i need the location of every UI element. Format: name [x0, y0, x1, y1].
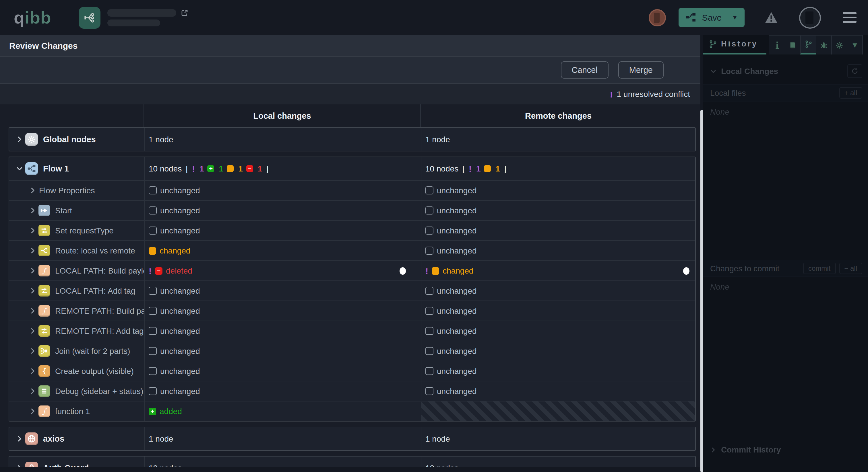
- cancel-button[interactable]: Cancel: [561, 61, 609, 78]
- table-row[interactable]: Startunchangedunchanged: [9, 200, 695, 220]
- node-label: LOCAL PATH: Build payload: [55, 266, 144, 275]
- table-row[interactable]: ƒLOCAL PATH: Build payload!−deleted!chan…: [9, 260, 695, 280]
- unchanged-checkbox[interactable]: [149, 227, 157, 235]
- chevron-right-icon[interactable]: [29, 227, 36, 234]
- chevron-right-icon[interactable]: [29, 408, 36, 415]
- unchanged-checkbox[interactable]: [149, 206, 157, 214]
- tab-overflow-caret[interactable]: ▼: [847, 36, 862, 55]
- unchanged-checkbox[interactable]: [149, 187, 157, 194]
- external-link-icon[interactable]: [181, 9, 189, 16]
- bracket-open: [: [186, 164, 188, 173]
- chevron-right-icon[interactable]: [29, 347, 36, 355]
- table-scrollbar[interactable]: [701, 110, 703, 472]
- table-row[interactable]: Flow 110 nodes[!1+11−1]10 nodes[!11]: [9, 157, 695, 180]
- table-row[interactable]: Debug (sidebar + status)unchangedunchang…: [9, 381, 695, 401]
- unchanged-checkbox[interactable]: [149, 367, 157, 375]
- tab-help-book[interactable]: [785, 36, 800, 55]
- chevron-right-icon[interactable]: [29, 187, 36, 194]
- table-row[interactable]: LOCAL PATH: Add tagunchangedunchanged: [9, 280, 695, 301]
- unchanged-checkbox[interactable]: [425, 206, 433, 214]
- status-dot-avatar[interactable]: [649, 9, 666, 26]
- deleted-badge: −: [246, 165, 253, 172]
- table-row[interactable]: Flow Propertiesunchangedunchanged: [9, 180, 695, 200]
- table-row[interactable]: Global nodes1 node1 node: [9, 128, 695, 151]
- chevron-right-icon[interactable]: [29, 247, 36, 254]
- chevron-right-icon[interactable]: [29, 207, 36, 214]
- chevron-down-icon[interactable]: [16, 165, 23, 172]
- unchanged-checkbox[interactable]: [425, 187, 433, 194]
- chevron-right-icon[interactable]: [710, 446, 716, 453]
- bracket-close: ]: [266, 164, 268, 173]
- user-avatar[interactable]: [799, 7, 821, 28]
- unchanged-checkbox[interactable]: [425, 327, 433, 335]
- chevron-right-icon[interactable]: [29, 287, 36, 294]
- chevron-right-icon[interactable]: [29, 388, 36, 395]
- refresh-button[interactable]: [847, 64, 862, 78]
- unchanged-checkbox[interactable]: [425, 347, 433, 355]
- tab-settings[interactable]: [831, 36, 847, 55]
- unchanged-checkbox[interactable]: [425, 227, 433, 235]
- unchanged-checkbox[interactable]: [425, 287, 433, 295]
- stage-all-button[interactable]: + all: [839, 87, 862, 99]
- table-row[interactable]: Route: local vs remotechangedunchanged: [9, 240, 695, 260]
- unchanged-checkbox[interactable]: [149, 307, 157, 315]
- unstage-all-button[interactable]: − all: [839, 263, 862, 274]
- main-menu-icon[interactable]: [843, 12, 857, 23]
- remote-change-cell: unchanged: [421, 221, 696, 240]
- chevron-right-icon[interactable]: [16, 136, 23, 143]
- remote-change-cell: unchanged: [421, 181, 696, 200]
- debug-icon: [38, 385, 50, 397]
- tab-info[interactable]: [769, 36, 785, 55]
- table-row[interactable]: axios1 node1 node: [9, 427, 695, 450]
- tab-debug-bug[interactable]: [816, 36, 831, 55]
- status-text: unchanged: [160, 346, 200, 356]
- save-dropdown-caret-icon[interactable]: ▼: [732, 14, 738, 21]
- table-row[interactable]: ƒfunction 1+added: [9, 401, 695, 421]
- chevron-right-icon[interactable]: [29, 368, 36, 374]
- unchanged-checkbox[interactable]: [425, 307, 433, 315]
- deploy-icon: [685, 12, 697, 22]
- save-button[interactable]: Save ▼: [679, 8, 745, 27]
- bug-icon: [820, 41, 828, 49]
- chevron-right-icon[interactable]: [29, 307, 36, 314]
- template-icon: {: [38, 365, 50, 377]
- local-change-cell: unchanged: [144, 221, 421, 240]
- unchanged-checkbox[interactable]: [425, 387, 433, 395]
- flow-app-icon[interactable]: [79, 7, 101, 28]
- table-row[interactable]: Join (wait for 2 parts)unchangedunchange…: [9, 341, 695, 361]
- commit-button[interactable]: commit: [803, 263, 836, 274]
- node-label: Set requestType: [55, 226, 114, 235]
- commit-history-header[interactable]: Commit History: [703, 442, 868, 457]
- table-row[interactable]: REMOTE PATH: Add tagunchangedunchanged: [9, 321, 695, 341]
- node-count: 1 node: [149, 135, 174, 144]
- merge-button[interactable]: Merge: [618, 61, 663, 78]
- conflict-radio-button[interactable]: [400, 267, 406, 274]
- remote-change-cell: unchanged: [421, 201, 696, 220]
- table-row[interactable]: Set requestTypeunchangedunchanged: [9, 220, 695, 240]
- changes-to-commit-none: None: [710, 282, 730, 291]
- unchanged-checkbox[interactable]: [149, 347, 157, 355]
- unchanged-checkbox[interactable]: [149, 287, 157, 295]
- table-row[interactable]: ƒREMOTE PATH: Build paylounchangedunchan…: [9, 301, 695, 321]
- unchanged-checkbox[interactable]: [149, 387, 157, 395]
- unchanged-checkbox[interactable]: [425, 247, 433, 255]
- conflict-radio-button[interactable]: [683, 267, 689, 274]
- tab-history[interactable]: History: [703, 35, 766, 55]
- table-row[interactable]: {Create output (visible)unchangedunchang…: [9, 361, 695, 381]
- flow-section: Global nodes1 node1 node: [9, 127, 696, 151]
- warning-icon[interactable]: [764, 11, 778, 24]
- remote-change-cell: unchanged: [421, 321, 696, 341]
- chevron-right-icon[interactable]: [29, 328, 36, 334]
- chevron-right-icon[interactable]: [16, 435, 23, 442]
- tab-git[interactable]: [800, 36, 816, 55]
- unchanged-checkbox[interactable]: [425, 367, 433, 375]
- status-text: unchanged: [437, 306, 477, 315]
- status-text: unchanged: [160, 226, 200, 235]
- conflict-count: 1: [199, 164, 204, 173]
- unchanged-checkbox[interactable]: [149, 327, 157, 335]
- chevron-down-icon[interactable]: [710, 68, 716, 74]
- chevron-right-icon[interactable]: [29, 267, 36, 274]
- flow-branch-icon: [83, 11, 97, 24]
- conflict-exclamation-icon: !: [469, 164, 472, 173]
- local-changes-header[interactable]: Local Changes: [703, 64, 868, 78]
